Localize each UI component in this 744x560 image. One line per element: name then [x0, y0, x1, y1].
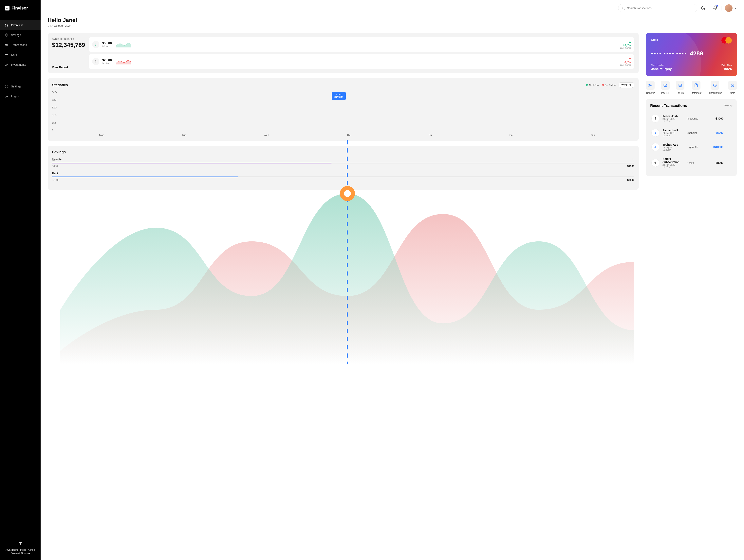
x-tick: Sun [591, 134, 596, 137]
debit-card: Debit ●●●● ●●●● ●●●● 4289 Card Holder Ja… [646, 33, 737, 76]
arrow-up-icon [92, 58, 99, 65]
award-text: Awarded for Most Trusted General Finance [4, 548, 37, 555]
search-input[interactable] [627, 6, 694, 10]
nav-investments[interactable]: Investments [0, 60, 41, 70]
nav-label: Card [11, 53, 17, 57]
txn-category: Netflix [686, 161, 704, 164]
divider [721, 6, 721, 10]
x-tick: Thu [347, 134, 351, 137]
nav-settings[interactable]: Settings [0, 81, 41, 91]
notifications-button[interactable] [713, 5, 718, 11]
txn-time: 24 July 2021, 11:25pm [663, 146, 683, 151]
search-box[interactable] [618, 4, 697, 12]
svg-point-6 [6, 35, 7, 35]
view-all-link[interactable]: View All [724, 104, 733, 107]
nav-overview[interactable]: Overview [0, 20, 41, 30]
tooltip-label: Income [334, 94, 343, 96]
action-label: Subscriptions [708, 91, 722, 95]
svg-point-32 [729, 118, 729, 118]
more-icon[interactable] [727, 161, 731, 165]
more-icon[interactable] [727, 117, 731, 120]
action-icon [692, 81, 701, 90]
svg-rect-7 [5, 54, 8, 56]
action-icon [661, 81, 670, 90]
card-type: Debit [651, 38, 658, 41]
more-icon[interactable] [727, 145, 731, 149]
action-statement[interactable]: Statement [691, 81, 702, 95]
action-label: Top-up [676, 91, 684, 95]
x-tick: Sat [510, 134, 514, 137]
action-label: Pay Bill [661, 91, 669, 95]
mastercard-logo [721, 37, 732, 43]
svg-line-16 [624, 9, 625, 9]
nav-card[interactable]: Card [0, 50, 41, 60]
action-subscriptions[interactable]: Subscriptions [708, 81, 722, 95]
saving-name: Rent [52, 172, 58, 175]
txn-name: Samantha P [663, 129, 683, 132]
y-tick: $10k [52, 114, 57, 117]
svg-point-37 [729, 133, 729, 134]
chart-icon [5, 63, 8, 67]
sidebar-award: Awarded for Most Trusted General Finance [0, 537, 41, 560]
primary-nav: Overview Savings Transactions Card Inves… [0, 20, 41, 101]
svg-point-20 [342, 188, 353, 199]
caret-down-icon [629, 58, 631, 60]
search-icon [622, 6, 625, 10]
nav-label: Settings [11, 85, 21, 88]
transaction-row: Samantha P24 July 2021, 11:25pm Shopping… [650, 126, 733, 140]
date-text: 24th October, 2024 [48, 24, 737, 27]
y-tick: 0 [52, 129, 57, 132]
brand-name: Finvisor [11, 5, 28, 11]
action-transfer[interactable]: Transfer [646, 81, 655, 95]
chart-svg [60, 91, 634, 364]
avatar [725, 4, 733, 12]
txn-amount: -$3000 [708, 117, 723, 120]
action-icon [676, 81, 684, 90]
nav-savings[interactable]: Savings [0, 30, 41, 40]
y-tick: $20k [52, 106, 57, 109]
balance-card: Available Balance $12,345,789 View Repor… [48, 33, 639, 73]
outflow-sparkline [116, 58, 131, 65]
action-label: Transfer [646, 91, 655, 95]
action-more[interactable]: More [728, 81, 737, 95]
chevron-down-icon [734, 7, 737, 9]
greeting: Hello Jane! 24th October, 2024 [48, 17, 737, 27]
nav-label: Log out [11, 95, 21, 98]
inflow-card: $50,000 Inflow +0,5% Last month [89, 37, 634, 52]
txn-name: Joshua Ade [663, 143, 683, 146]
saving-current: $450 [52, 164, 58, 167]
action-icon [711, 81, 719, 90]
quick-actions: TransferPay BillTop-upStatementSubscript… [646, 81, 737, 95]
brand-logo: Finvisor [0, 0, 41, 16]
y-tick: $30k [52, 99, 57, 101]
nav-label: Savings [11, 33, 21, 37]
txn-name: Peace Josh [663, 115, 683, 118]
inflow-label: Inflow [102, 45, 114, 47]
more-icon[interactable] [727, 131, 731, 135]
profile-menu[interactable] [725, 4, 737, 12]
target-icon [5, 33, 8, 37]
nav-transactions[interactable]: Transactions [0, 40, 41, 50]
caret-up-icon [629, 41, 631, 43]
svg-point-27 [732, 85, 732, 85]
txn-amount: +$5000 [708, 131, 723, 134]
svg-point-13 [6, 86, 7, 87]
x-tick: Mon [99, 134, 104, 137]
svg-point-45 [729, 163, 729, 164]
view-report-link[interactable]: View Report [52, 66, 85, 69]
y-tick: $5k [52, 121, 57, 124]
action-pay-bill[interactable]: Pay Bill [661, 81, 670, 95]
nav-logout[interactable]: Log out [0, 91, 41, 101]
nav-label: Overview [11, 24, 23, 27]
card-last4: 4289 [690, 50, 703, 57]
action-top-up[interactable]: Top-up [676, 81, 684, 95]
holder-name: Jane Murphy [651, 67, 672, 71]
grid-icon [5, 23, 8, 27]
outflow-change: -0,5% [620, 61, 631, 64]
theme-toggle-icon[interactable] [701, 6, 706, 10]
period-select[interactable]: Week [619, 82, 634, 88]
svg-rect-2 [7, 24, 8, 25]
outflow-sub: Last month [620, 64, 631, 66]
action-icon [728, 81, 737, 90]
x-tick: Tue [182, 134, 186, 137]
